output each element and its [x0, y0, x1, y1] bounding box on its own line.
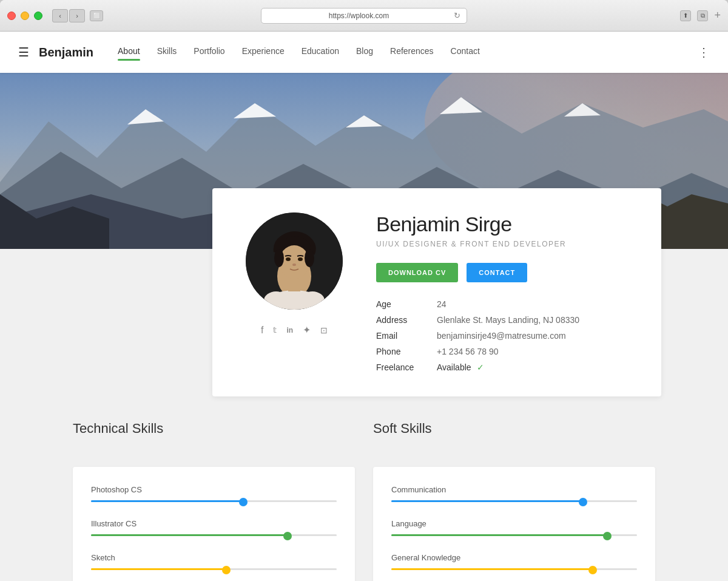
skill-illustrator-thumb[interactable]: [283, 532, 292, 540]
nav-about[interactable]: About: [118, 46, 140, 58]
technical-skills-title: Technical Skills: [73, 421, 355, 437]
skill-sketch: Sketch: [91, 553, 337, 570]
refresh-icon[interactable]: ↻: [454, 11, 460, 20]
svg-point-24: [300, 291, 325, 310]
svg-point-18: [298, 257, 303, 261]
skill-photoshop-name: Photoshop CS: [91, 485, 337, 494]
nav-portfolio[interactable]: Portfolio: [194, 46, 224, 58]
skill-illustrator-track[interactable]: [91, 534, 337, 536]
svg-point-20: [274, 249, 284, 267]
skill-language-name: Language: [391, 519, 637, 528]
skill-photoshop-thumb[interactable]: [239, 498, 248, 506]
email-value: benjaminsirje49@matresume.com: [437, 331, 631, 341]
facebook-icon[interactable]: f: [261, 325, 263, 336]
website-content: ☰ Benjamin About Skills Portfolio Experi…: [0, 32, 728, 581]
skill-sketch-name: Sketch: [91, 553, 337, 562]
skill-general-knowledge: General Knowledge: [391, 553, 637, 570]
age-label: Age: [376, 299, 437, 309]
svg-point-16: [279, 245, 309, 279]
soft-skills-card: Communication Language: [373, 467, 655, 581]
svg-point-17: [286, 257, 291, 261]
skill-sketch-track[interactable]: [91, 568, 337, 570]
skill-sketch-thumb[interactable]: [222, 566, 231, 574]
forward-button[interactable]: ›: [69, 9, 85, 22]
skill-general-knowledge-name: General Knowledge: [391, 553, 637, 562]
dribbble-icon[interactable]: ✦: [303, 324, 311, 336]
available-check-icon: ✓: [477, 362, 484, 372]
profile-card: f 𝕥 in ✦ ⊡ Benjamin Sirge UI/UX DESIGNER…: [212, 188, 661, 396]
window-action-buttons: ⬆ ⧉ +: [680, 9, 721, 22]
contact-button[interactable]: CONTACT: [467, 263, 527, 282]
address-label: Address: [376, 315, 437, 325]
skill-illustrator-fill: [91, 534, 288, 536]
skill-illustrator-name: Illustrator CS: [91, 519, 337, 528]
maximize-button[interactable]: [34, 12, 42, 20]
soft-skills-title: Soft Skills: [373, 421, 655, 437]
nav-references[interactable]: References: [390, 46, 434, 58]
skill-language-track[interactable]: [391, 534, 637, 536]
profile-left-col: f 𝕥 in ✦ ⊡: [243, 212, 346, 372]
svg-point-21: [305, 249, 314, 267]
skill-illustrator: Illustrator CS: [91, 519, 337, 536]
skill-sketch-fill: [91, 568, 226, 570]
profile-details-grid: Age 24 Address Glenlake St. Mays Landing…: [376, 299, 631, 372]
technical-skills-card: Photoshop CS Illustrator CS: [73, 467, 355, 581]
social-links: f 𝕥 in ✦ ⊡: [261, 324, 328, 336]
titlebar: ‹ › ⬜ https://wplook.com ↻ ⬆ ⧉ +: [0, 0, 728, 32]
nav-experience[interactable]: Experience: [242, 46, 285, 58]
profile-action-buttons: DOWNLOAD CV CONTACT: [376, 263, 631, 282]
svg-point-19: [292, 263, 296, 266]
skill-communication-name: Communication: [391, 485, 637, 494]
mac-window: ‹ › ⬜ https://wplook.com ↻ ⬆ ⧉ + ☰ Benja…: [0, 0, 728, 581]
skill-communication: Communication: [391, 485, 637, 502]
share-button[interactable]: ⬆: [680, 10, 691, 21]
skills-grid: Photoshop CS Illustrator CS: [73, 467, 655, 581]
nav-contact[interactable]: Contact: [451, 46, 480, 58]
download-cv-button[interactable]: DOWNLOAD CV: [376, 263, 458, 282]
skill-general-knowledge-track[interactable]: [391, 568, 637, 570]
window-controls: [7, 12, 42, 20]
instagram-icon[interactable]: ⊡: [320, 325, 328, 335]
skill-communication-fill: [391, 500, 583, 502]
url-display: https://wplook.com: [268, 12, 450, 20]
skill-communication-track[interactable]: [391, 500, 637, 502]
navbar: ☰ Benjamin About Skills Portfolio Experi…: [0, 32, 728, 73]
freelance-value: Available ✓: [437, 362, 631, 372]
minimize-button[interactable]: [21, 12, 29, 20]
tab-button[interactable]: ⬜: [90, 10, 103, 21]
nav-arrows: ‹ ›: [52, 9, 85, 22]
brand-name: Benjamin: [39, 46, 93, 59]
address-bar[interactable]: https://wplook.com ↻: [261, 8, 467, 24]
twitter-icon[interactable]: 𝕥: [273, 325, 277, 335]
profile-right-col: Benjamin Sirge UI/UX DESIGNER & FRONT EN…: [376, 212, 631, 372]
hamburger-icon[interactable]: ☰: [18, 45, 29, 59]
svg-point-23: [264, 291, 288, 310]
skill-general-knowledge-thumb[interactable]: [588, 566, 597, 574]
phone-label: Phone: [376, 347, 437, 356]
close-button[interactable]: [7, 12, 16, 20]
skill-photoshop-fill: [91, 500, 243, 502]
nav-education[interactable]: Education: [302, 46, 339, 58]
more-menu-icon[interactable]: ⋮: [698, 45, 710, 59]
nav-blog[interactable]: Blog: [356, 46, 373, 58]
nav-skills[interactable]: Skills: [157, 46, 177, 58]
age-value: 24: [437, 299, 631, 309]
new-tab-button[interactable]: ⧉: [697, 10, 708, 21]
skills-headers: Technical Skills Soft Skills: [73, 421, 655, 449]
address-value: Glenlake St. Mays Landing, NJ 08330: [437, 315, 631, 325]
back-button[interactable]: ‹: [52, 9, 68, 22]
profile-name: Benjamin Sirge: [376, 212, 631, 236]
skill-language-thumb[interactable]: [603, 532, 612, 540]
svg-rect-25: [288, 279, 300, 291]
linkedin-icon[interactable]: in: [286, 326, 293, 335]
email-label: Email: [376, 331, 437, 341]
skill-photoshop: Photoshop CS: [91, 485, 337, 502]
freelance-label: Freelance: [376, 362, 437, 372]
nav-links: About Skills Portfolio Experience Educat…: [118, 45, 710, 59]
skill-communication-thumb[interactable]: [579, 498, 587, 506]
avatar: [246, 212, 343, 310]
skill-language-fill: [391, 534, 607, 536]
skill-photoshop-track[interactable]: [91, 500, 337, 502]
add-button[interactable]: +: [714, 9, 721, 22]
skill-language: Language: [391, 519, 637, 536]
